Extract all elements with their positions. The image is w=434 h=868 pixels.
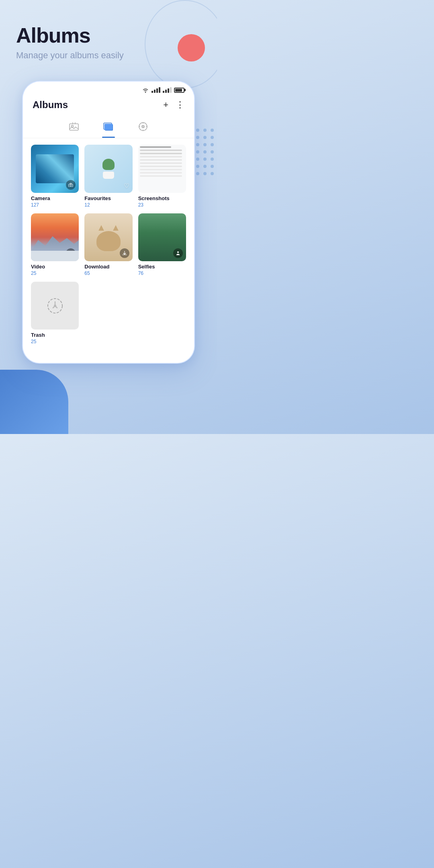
explore-tab-icon-container — [136, 119, 150, 134]
svg-point-11 — [177, 251, 179, 253]
camera-thumbnail — [31, 145, 79, 192]
album-count-trash: 25 — [31, 339, 79, 344]
album-item-trash[interactable]: Trash 25 — [31, 282, 79, 344]
wifi-icon — [142, 88, 149, 93]
album-item-favourites[interactable]: ♡ Favourites 12 — [84, 145, 132, 207]
album-item-screenshots[interactable]: Screenshots 23 — [138, 145, 186, 207]
add-album-button[interactable]: + — [163, 100, 168, 110]
svg-point-13 — [54, 305, 56, 307]
bg-dot — [196, 158, 199, 161]
album-thumb-download — [84, 213, 132, 261]
bg-dot — [196, 129, 199, 132]
download-arrow-icon — [122, 251, 127, 256]
album-count-download: 65 — [84, 270, 132, 276]
ss-line — [140, 166, 182, 167]
tab-explore[interactable] — [136, 119, 150, 138]
ss-line — [140, 146, 171, 148]
status-icons — [142, 87, 184, 93]
signal-bars-2 — [163, 87, 172, 93]
phone-mockup: Albums + ⋮ — [22, 81, 195, 364]
trash-circular-icon — [46, 297, 64, 315]
album-name-favourites: Favourites — [84, 195, 132, 201]
tab-photos[interactable] — [67, 119, 81, 138]
album-thumb-trash — [31, 282, 79, 330]
video-icon — [68, 251, 74, 255]
bg-dot — [203, 143, 207, 146]
bg-dot — [196, 165, 199, 168]
album-name-selfies: Selfies — [138, 264, 186, 270]
album-item-selfies[interactable]: Selfies 76 — [138, 213, 186, 276]
albums-tab-icon-container — [101, 119, 116, 134]
camera-icon — [68, 183, 73, 187]
ss-line — [140, 149, 182, 151]
bg-dot — [211, 143, 214, 146]
cat-decoration — [96, 231, 121, 251]
bg-dot — [211, 129, 214, 132]
album-name-trash: Trash — [31, 332, 79, 338]
app-header: Albums + ⋮ — [23, 95, 194, 117]
bg-dots-grid — [196, 129, 214, 175]
plant-top — [102, 159, 115, 170]
camera-overlay-icon — [66, 180, 76, 190]
signal-bars-1 — [151, 87, 160, 93]
pot-body — [103, 172, 114, 179]
ss-line — [140, 175, 182, 177]
tab-albums[interactable] — [101, 119, 116, 138]
svg-point-0 — [145, 92, 146, 92]
ss-line — [140, 153, 182, 154]
ss-line — [140, 159, 182, 161]
album-count-video: 25 — [31, 270, 79, 276]
albums-grid: Camera 127 ♡ Favourites 12 — [23, 138, 194, 351]
album-thumb-favourites: ♡ — [84, 145, 132, 192]
svg-rect-1 — [70, 124, 78, 130]
bg-dot — [196, 136, 199, 139]
trash-thumbnail — [31, 282, 79, 330]
download-icon — [120, 248, 129, 258]
bg-dot — [211, 150, 214, 154]
bg-dot — [203, 150, 207, 154]
video-thumbnail — [31, 213, 79, 261]
bg-dot — [196, 150, 199, 154]
status-bar — [23, 82, 194, 95]
more-options-button[interactable]: ⋮ — [176, 100, 184, 110]
ss-line — [140, 172, 182, 174]
album-count-camera: 127 — [31, 202, 79, 208]
phone-bottom-padding — [23, 351, 194, 363]
bg-dot — [196, 143, 199, 146]
bg-dot — [203, 165, 207, 168]
bg-dot — [203, 158, 207, 161]
ss-line — [140, 169, 182, 170]
bg-dot — [203, 136, 207, 139]
page-title: Albums — [16, 24, 201, 47]
ss-line — [140, 162, 182, 164]
svg-rect-5 — [104, 124, 113, 130]
photos-tab-icon-container — [67, 119, 81, 134]
bg-dot — [211, 158, 214, 161]
header-actions: + ⋮ — [163, 100, 184, 110]
favourites-thumbnail: ♡ — [84, 145, 132, 192]
photos-icon — [69, 122, 79, 131]
bg-dot — [196, 172, 199, 175]
album-item-video[interactable]: Video 25 — [31, 213, 79, 276]
person-icon — [176, 251, 180, 256]
album-count-favourites: 12 — [84, 202, 132, 208]
svg-point-9 — [70, 184, 72, 186]
screenshots-thumbnail — [138, 145, 186, 192]
bg-dot — [211, 172, 214, 175]
selfies-thumbnail — [138, 213, 186, 261]
download-thumbnail — [84, 213, 132, 261]
album-item-download[interactable]: Download 65 — [84, 213, 132, 276]
tab-bar — [23, 117, 194, 138]
heart-icon: ♡ — [124, 182, 129, 190]
battery-icon — [174, 88, 184, 93]
album-thumb-selfies — [138, 213, 186, 261]
bg-dot — [203, 172, 207, 175]
svg-rect-10 — [68, 252, 72, 254]
album-item-camera[interactable]: Camera 127 — [31, 145, 79, 207]
albums-icon — [103, 122, 114, 131]
album-name-download: Download — [84, 264, 132, 270]
bg-dot — [203, 129, 207, 132]
page-header: Albums Manage your albums easily — [0, 0, 217, 73]
album-thumb-video — [31, 213, 79, 261]
album-name-camera: Camera — [31, 195, 79, 201]
